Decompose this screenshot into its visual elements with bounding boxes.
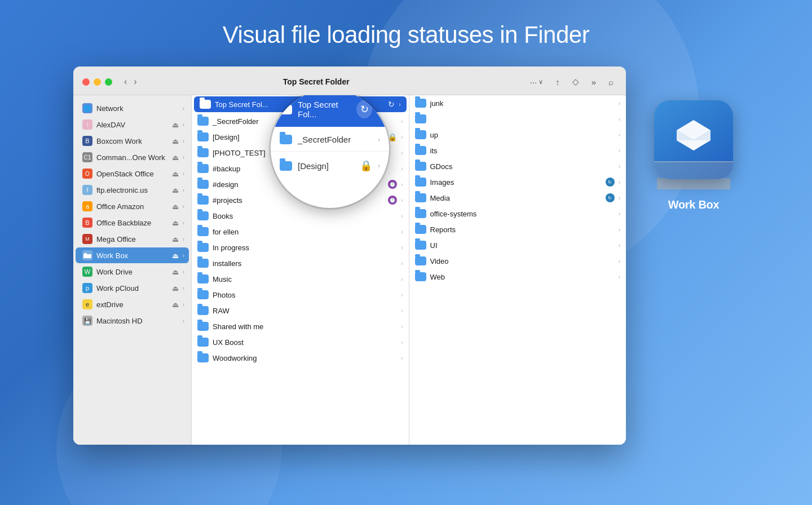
sidebar-label-network: Network	[96, 104, 179, 113]
close-button[interactable]	[82, 78, 90, 86]
file-label-woodworking: Woodworking	[213, 354, 397, 362]
sidebar-label-macintosh: Macintosh HD	[96, 317, 179, 325]
tag-button[interactable]: ◇	[569, 74, 582, 89]
office-backblaze-icon: B	[82, 218, 92, 228]
file-label-office-systems: office-systems	[430, 210, 615, 218]
zoom-lock-icon: 🔒	[360, 160, 372, 172]
sidebar-item-office-amazon[interactable]: a Office Amazon ⏏ ›	[76, 198, 189, 214]
sidebar-item-boxcom[interactable]: B Boxcom Work ⏏ ›	[76, 133, 189, 149]
share-button[interactable]: ↑	[552, 75, 563, 89]
zoom-chevron-2: ›	[378, 136, 380, 144]
search-button[interactable]: ⌕	[605, 75, 617, 89]
file-item-gdocs[interactable]: GDocs ›	[409, 158, 626, 174]
file-label-for-ellen: for ellen	[213, 228, 397, 236]
workbox-app-icon[interactable]	[654, 100, 733, 179]
sidebar-item-workpcloud[interactable]: p Work pCloud ⏏ ›	[76, 280, 189, 296]
file-label-photos: Photos	[213, 291, 397, 299]
zoom-secretfolder-label: _SecretFolder	[298, 135, 351, 144]
folder-icon-up	[415, 130, 426, 139]
svg-rect-0	[83, 254, 91, 258]
folder-icon-gdocs	[415, 162, 426, 171]
file-item-web[interactable]: Web ›	[409, 269, 626, 285]
zoom-folder-icon-3	[280, 161, 292, 171]
sidebar: 🌐 Network › ↑ AlexDAV ⏏ › B Boxcom Work …	[73, 95, 192, 445]
folder-icon-blank	[415, 114, 426, 123]
file-label-up: up	[430, 131, 615, 139]
sidebar-item-openstack[interactable]: O OpenStack Office ⏏ ›	[76, 166, 189, 181]
folder-icon-photos	[197, 290, 209, 299]
left-file-pane: Top Secret Fol... ↻ › _SecretFolder › [D…	[192, 95, 409, 445]
folder-icon-photo-test	[197, 148, 209, 157]
file-item-installers[interactable]: installers ›	[192, 255, 409, 271]
zoom-design-label: [Design]	[298, 161, 329, 171]
commandone-icon: C1	[82, 152, 92, 162]
expand-button[interactable]: »	[588, 75, 599, 89]
file-label-reports: Reports	[430, 225, 615, 234]
more-options-button[interactable]: ··· ∨	[527, 75, 547, 89]
dropbox-svg-icon	[671, 114, 716, 160]
finder-body: 🌐 Network › ↑ AlexDAV ⏏ › B Boxcom Work …	[73, 95, 626, 445]
folder-icon-web	[415, 272, 426, 281]
file-item-for-ellen[interactable]: for ellen ›	[192, 224, 409, 240]
file-label-music: Music	[213, 275, 397, 283]
alexdav-icon: ↑	[82, 119, 92, 130]
file-item-woodworking[interactable]: Woodworking ›	[192, 350, 409, 366]
folder-icon-for-ellen	[197, 227, 209, 236]
boxcom-icon: B	[82, 136, 92, 146]
sidebar-item-macintosh[interactable]: 💾 Macintosh HD ›	[76, 313, 189, 329]
lock-icon-design: 🔒	[388, 133, 397, 141]
folder-icon-design2	[197, 180, 209, 189]
page-title: Visual file loading statuses in Finder	[0, 0, 812, 67]
file-item-images[interactable]: Images ↻ ›	[409, 174, 626, 190]
file-item-media[interactable]: Media ↻ ›	[409, 190, 626, 206]
file-label-shared-with-me: Shared with me	[213, 322, 397, 331]
file-item-books[interactable]: Books ›	[192, 208, 409, 224]
sidebar-item-workbox[interactable]: Work Box ⏏ ›	[76, 247, 189, 263]
toolbar-right: ··· ∨ ↑ ◇ » ⌕	[527, 74, 617, 89]
sidebar-label-openstack: OpenStack Office	[96, 170, 168, 178]
file-item-in-progress[interactable]: In progress ›	[192, 240, 409, 255]
folder-icon-raw	[197, 306, 209, 315]
sidebar-label-mega: Mega Office	[96, 235, 168, 243]
file-item-raw[interactable]: RAW ›	[192, 303, 409, 318]
sidebar-item-alexdav[interactable]: ↑ AlexDAV ⏏ ›	[76, 117, 189, 132]
zoom-row-design: [Design] 🔒 ›	[271, 152, 389, 180]
file-item-junk[interactable]: junk ›	[409, 95, 626, 111]
sidebar-item-commandone[interactable]: C1 Comman...One Work ⏏ ›	[76, 149, 189, 165]
minimize-button[interactable]	[94, 78, 101, 86]
file-label-junk: junk	[430, 99, 615, 108]
file-label-ui: UI	[430, 241, 615, 250]
folder-icon-installers	[197, 259, 209, 268]
sidebar-item-mega[interactable]: M Mega Office ⏏ ›	[76, 231, 189, 247]
sidebar-item-network[interactable]: 🌐 Network ›	[76, 100, 189, 116]
file-item-ui[interactable]: UI ›	[409, 237, 626, 253]
sidebar-item-office-backblaze[interactable]: B Office Backblaze ⏏ ›	[76, 215, 189, 231]
sidebar-label-workbox: Work Box	[96, 251, 168, 260]
sidebar-label-office-backblaze: Office Backblaze	[96, 219, 168, 227]
sidebar-item-ftp[interactable]: f ftp.electronic.us ⏏ ›	[76, 182, 189, 198]
file-item-ux-boost[interactable]: UX Boost ›	[192, 334, 409, 350]
extdrive-icon: e	[82, 299, 92, 309]
file-item-blank[interactable]: ›	[409, 111, 626, 127]
sidebar-item-extdrive[interactable]: e extDrive ⏏ ›	[76, 296, 189, 312]
workpcloud-icon: p	[82, 283, 92, 293]
file-item-photos[interactable]: Photos ›	[192, 287, 409, 303]
file-label-web: Web	[430, 273, 615, 281]
file-item-reports[interactable]: Reports ›	[409, 222, 626, 237]
sidebar-label-extdrive: extDrive	[96, 300, 168, 309]
network-icon: 🌐	[82, 103, 92, 113]
sidebar-item-workdrive[interactable]: W Work Drive ⏏ ›	[76, 264, 189, 280]
workbox-icon	[82, 250, 92, 260]
file-item-up[interactable]: up ›	[409, 127, 626, 143]
file-item-shared-with-me[interactable]: Shared with me ›	[192, 318, 409, 334]
folder-icon-secretfolder	[197, 117, 209, 126]
file-item-video[interactable]: Video ›	[409, 253, 626, 269]
workbox-panel: Work Box	[648, 67, 739, 211]
folder-icon-office-systems	[415, 209, 426, 218]
folder-icon-books	[197, 211, 209, 220]
file-label-video: Video	[430, 257, 615, 265]
file-item-music[interactable]: Music ›	[192, 271, 409, 287]
file-item-office-systems[interactable]: office-systems ›	[409, 206, 626, 222]
file-item-its[interactable]: its ›	[409, 143, 626, 158]
maximize-button[interactable]	[105, 78, 112, 86]
